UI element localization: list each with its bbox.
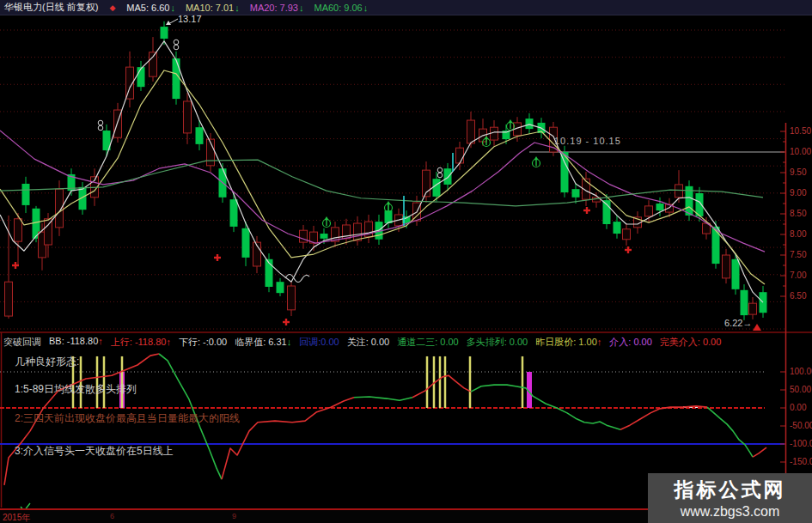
green-signal-marker <box>325 216 329 220</box>
candle-body <box>444 168 452 185</box>
candle-body <box>300 230 308 242</box>
green-signal-marker <box>387 201 391 204</box>
site-watermark: 指标公式网 www.zbgs3.com <box>648 473 812 523</box>
candle-body <box>137 67 145 87</box>
price-axis-label: 6.50 <box>790 291 807 301</box>
candle-body <box>354 223 362 240</box>
candle-body <box>526 119 534 129</box>
candle-body <box>675 185 683 198</box>
indicator-axis-label: 0.00 <box>790 403 807 412</box>
white-circle-marker <box>437 167 443 173</box>
indicator-curve-red <box>412 375 471 398</box>
month-tick-label: 6 <box>110 512 114 520</box>
trading-app-screen: 10.5010.009.509.008.508.007.507.006.5010… <box>0 0 812 523</box>
candle-body <box>277 282 284 293</box>
candle-body <box>242 228 250 258</box>
price-axis-label: 8.00 <box>790 229 807 239</box>
indicator-header: 突破回调BB: -118.80↑上行: -118.80↑下行: -:0.00临界… <box>3 336 785 349</box>
indicator-field: 回调:0.00 <box>299 336 339 349</box>
trend-arrow-icon: ↓ <box>287 337 292 347</box>
white-circle-marker <box>437 173 443 178</box>
candle-body <box>161 27 168 39</box>
ma-label-group: MA5: 6.60↓MA10: 7.01↓MA20: 7.93↓MA60: 9.… <box>126 3 378 13</box>
stock-title: 华银电力(日线 前复权) <box>4 1 98 14</box>
white-squiggle-marker <box>285 275 309 283</box>
candle-body <box>645 206 653 216</box>
note-line: 2:三四天前出现收盘价最高且当日量能最大的阳线 <box>15 411 240 426</box>
indicator-field: 完美介入: 0.00 <box>660 336 722 349</box>
candle-body <box>184 101 192 133</box>
white-circle-marker <box>174 45 179 50</box>
price-axis-label: 7.00 <box>790 271 807 280</box>
indicator-curve-green <box>354 397 412 400</box>
indicator-field: 上行: -118.80↑ <box>111 336 171 349</box>
candle-body <box>732 259 740 289</box>
white-circle-marker <box>98 125 103 131</box>
trend-arrow-icon: ↑ <box>597 337 602 347</box>
candle-body <box>623 229 631 240</box>
candle-body <box>614 222 621 234</box>
indicator-field: 关注: 0.00 <box>347 336 390 349</box>
peak-price-annotation: 13.17 <box>178 14 202 24</box>
trend-arrow-icon: ↓ <box>235 3 240 13</box>
trend-arrow-icon: ↑ <box>98 336 103 346</box>
candle-body <box>230 199 238 227</box>
note-line: 几种良好形态: <box>15 355 79 369</box>
ma-line-ma10 <box>0 70 765 284</box>
candle-body <box>173 58 180 99</box>
indicator-axis-label: -100.00 <box>790 439 812 448</box>
ma-line-ma5 <box>0 41 763 302</box>
range-price-annotation: 10.19 - 10.15 <box>554 136 621 146</box>
indicator-curve-red <box>620 406 707 429</box>
indicator-field: 临界值: 6.31↓ <box>235 336 291 349</box>
ma60-label: MA60: 9.06↓ <box>314 3 368 13</box>
indicator-axis-label: 50.00 <box>790 385 811 394</box>
low-price-annotation: 6.22→ <box>724 318 752 328</box>
candle-body <box>45 219 52 245</box>
green-signal-marker <box>534 156 539 160</box>
trend-arrow-icon: ↓ <box>299 3 304 13</box>
indicator-axis-label: 100.00 <box>790 367 812 376</box>
indicator-field: BB: -118.80↑ <box>49 336 103 349</box>
trend-arrow-icon: ↓ <box>363 3 369 13</box>
price-axis-label: 9.00 <box>790 188 807 198</box>
month-tick-label: 9 <box>232 512 236 520</box>
price-axis-label: 7.50 <box>790 250 807 259</box>
indicator-axis-label: -50.00 <box>790 421 812 430</box>
candle-body <box>321 234 328 239</box>
candle-body <box>196 127 204 144</box>
indicator-field: 通道二三: 0.00 <box>397 336 459 349</box>
red-triangle-marker <box>753 324 761 331</box>
year-label: 2015年 <box>3 512 30 523</box>
price-axis-label: 9.50 <box>790 167 807 177</box>
candle-body <box>723 255 730 278</box>
candle-body <box>5 282 13 316</box>
indicator-axis-label: -150.00 <box>790 457 812 466</box>
trend-arrow-icon: ↓ <box>170 3 175 13</box>
ma5-label: MA5: 6.60↓ <box>126 3 175 13</box>
candle-body <box>656 204 664 210</box>
candle-body <box>288 286 296 310</box>
indicator-curve-red <box>753 447 766 457</box>
indicator-curve-red <box>222 398 354 479</box>
indicator-field: 介入: 0.00 <box>609 336 652 349</box>
indicator-field: 昨日股价: 1.00↑ <box>535 336 601 349</box>
candle-body <box>456 148 464 163</box>
watermark-url: www.zbgs3.com <box>648 504 812 520</box>
note-line: 3:介入信号头一天收盘价在5日线上 <box>15 444 174 459</box>
white-circle-marker <box>98 120 103 125</box>
trend-arrow-icon: ↑ <box>166 337 171 347</box>
candle-body <box>741 290 748 315</box>
ma20-label: MA20: 7.93↓ <box>250 3 304 13</box>
price-axis-label: 10.50 <box>790 126 811 136</box>
price-axis-label: 10.00 <box>790 147 811 156</box>
green-signal-marker <box>509 119 513 123</box>
indicator-field: 突破回调 <box>3 336 41 349</box>
candle-body <box>572 189 580 198</box>
title-bar: 华银电力(日线 前复权) ◆ MA5: 6.60↓MA10: 7.01↓MA20… <box>0 0 812 15</box>
candle-body <box>749 303 757 314</box>
watermark-title: 指标公式网 <box>648 477 812 503</box>
candle-body <box>712 227 720 264</box>
candle-body <box>15 219 22 241</box>
flag-icon: ◆ <box>109 3 115 12</box>
